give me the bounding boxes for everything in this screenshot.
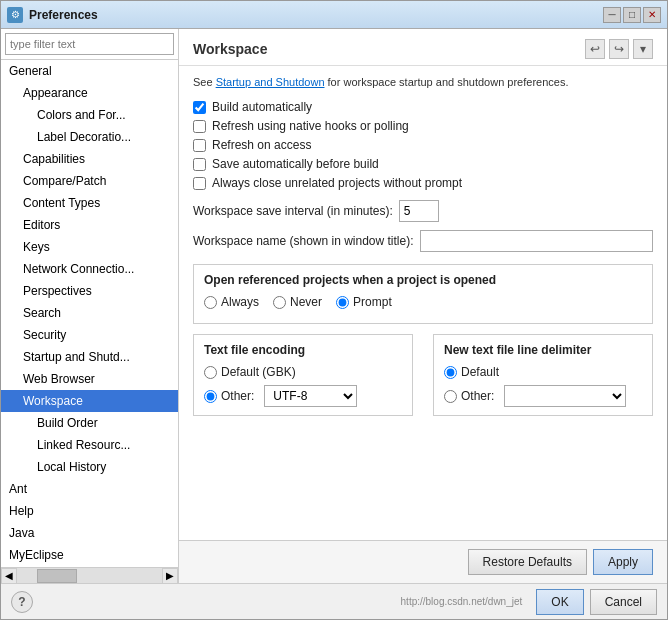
save_before-checkbox[interactable] [193,158,206,171]
save-interval-label: Workspace save interval (in minutes): [193,204,393,218]
checkbox-row-refresh_native: Refresh using native hooks or polling [193,119,653,133]
apply-button[interactable]: Apply [593,549,653,575]
checkbox-row-close_unrelated: Always close unrelated projects without … [193,176,653,190]
minimize-button[interactable]: ─ [603,7,621,23]
tree-item-myeclipse[interactable]: MyEclipse [1,544,178,566]
tree-item-compare[interactable]: Compare/Patch [1,170,178,192]
maximize-button[interactable]: □ [623,7,641,23]
tree-item-perspectives[interactable]: Perspectives [1,280,178,302]
encoding-select[interactable]: UTF-8 GBK ISO-8859-1 [264,385,357,407]
always-radio[interactable] [204,296,217,309]
tree-item-localhistory[interactable]: Local History [1,456,178,478]
encoding-other-label: Other: [221,389,254,403]
workspace-name-row: Workspace name (shown in window title): [193,230,653,252]
scroll-track[interactable] [17,568,162,584]
preferences-window: ⚙ Preferences ─ □ ✕ GeneralAppearanceCol… [0,0,668,620]
close-button[interactable]: ✕ [643,7,661,23]
filter-wrap [1,29,178,60]
refresh_native-checkbox[interactable] [193,120,206,133]
back-button[interactable]: ↩ [585,39,605,59]
build_auto-checkbox[interactable] [193,101,206,114]
right-header: Workspace ↩ ↪ ▾ [179,29,667,66]
tree-item-startup[interactable]: Startup and Shutd... [1,346,178,368]
tree-area: GeneralAppearanceColors and For...Label … [1,60,178,567]
encoding-delimiter-section: Text file encoding Default (GBK) Other: … [193,334,653,426]
delimiter-default-radio[interactable] [444,366,457,379]
encoding-other-item: Other: UTF-8 GBK ISO-8859-1 [204,385,402,407]
startup-link[interactable]: Startup and Shutdown [216,76,325,88]
refresh_native-label: Refresh using native hooks or polling [212,119,409,133]
delimiter-default-label: Default [461,365,499,379]
header-toolbar: ↩ ↪ ▾ [585,39,653,59]
encoding-default-label: Default (GBK) [221,365,296,379]
refresh_access-checkbox[interactable] [193,139,206,152]
save-interval-input[interactable] [399,200,439,222]
tree-item-webbrowser[interactable]: Web Browser [1,368,178,390]
checkboxes-section: Build automaticallyRefresh using native … [193,100,653,190]
tree-item-label[interactable]: Label Decoratio... [1,126,178,148]
help-button[interactable]: ? [11,591,33,613]
encoding-default-radio[interactable] [204,366,217,379]
panel-title: Workspace [193,41,267,57]
delimiter-select[interactable]: Unix (LF) Windows (CRLF) [504,385,626,407]
scroll-right-arrow[interactable]: ▶ [162,568,178,584]
scroll-left-arrow[interactable]: ◀ [1,568,17,584]
tree-item-buildorder[interactable]: Build Order [1,412,178,434]
cancel-button[interactable]: Cancel [590,589,657,615]
tree-item-ant[interactable]: Ant [1,478,178,500]
tree-item-content[interactable]: Content Types [1,192,178,214]
encoding-other-radio[interactable] [204,390,217,403]
workspace-name-input[interactable] [420,230,653,252]
save_before-label: Save automatically before build [212,157,379,171]
forward-button[interactable]: ↪ [609,39,629,59]
tree-item-editors[interactable]: Editors [1,214,178,236]
tree-item-linkedresources[interactable]: Linked Resourc... [1,434,178,456]
dropdown-button[interactable]: ▾ [633,39,653,59]
prompt-label: Prompt [353,295,392,309]
app-icon: ⚙ [7,7,23,23]
close_unrelated-checkbox[interactable] [193,177,206,190]
tree-item-security[interactable]: Security [1,324,178,346]
window-controls: ─ □ ✕ [603,7,661,23]
ok-button[interactable]: OK [536,589,583,615]
tree-item-workspace[interactable]: Workspace [1,390,178,412]
footer-buttons: OK Cancel [536,589,657,615]
encoding-default-item: Default (GBK) [204,365,402,379]
tree-item-keys[interactable]: Keys [1,236,178,258]
right-body: See Startup and Shutdown for workspace s… [179,66,667,540]
info-line: See Startup and Shutdown for workspace s… [193,76,653,88]
tree-item-appearance[interactable]: Appearance [1,82,178,104]
horizontal-scrollbar: ◀ ▶ [1,567,178,583]
never-label: Never [290,295,322,309]
tree-item-general[interactable]: General [1,60,178,82]
close_unrelated-label: Always close unrelated projects without … [212,176,462,190]
info-text-pre: See [193,76,216,88]
checkbox-row-refresh_access: Refresh on access [193,138,653,152]
footer-url: http://blog.csdn.net/dwn_jet [401,596,523,607]
delimiter-other-radio[interactable] [444,390,457,403]
left-panel: GeneralAppearanceColors and For...Label … [1,29,179,583]
restore-defaults-button[interactable]: Restore Defaults [468,549,587,575]
tree-item-java[interactable]: Java [1,522,178,544]
right-panel: Workspace ↩ ↪ ▾ See Startup and Shutdown… [179,29,667,583]
checkbox-row-build_auto: Build automatically [193,100,653,114]
footer: ? http://blog.csdn.net/dwn_jet OK Cancel [1,583,667,619]
delimiter-title: New text file line delimiter [444,343,642,357]
delimiter-group: New text file line delimiter Default Oth… [433,334,653,416]
refresh_access-label: Refresh on access [212,138,311,152]
tree-item-colors[interactable]: Colors and For... [1,104,178,126]
tree-item-help[interactable]: Help [1,500,178,522]
tree-item-search[interactable]: Search [1,302,178,324]
prompt-radio[interactable] [336,296,349,309]
build_auto-label: Build automatically [212,100,312,114]
window-title: Preferences [29,8,603,22]
panel-bottom-bar: Restore Defaults Apply [179,540,667,583]
filter-input[interactable] [5,33,174,55]
never-radio[interactable] [273,296,286,309]
delimiter-other-item: Other: Unix (LF) Windows (CRLF) [444,385,642,407]
info-text-post: for workspace startup and shutdown prefe… [325,76,569,88]
delimiter-default-item: Default [444,365,642,379]
encoding-group: Text file encoding Default (GBK) Other: … [193,334,413,416]
tree-item-network[interactable]: Network Connectio... [1,258,178,280]
tree-item-capabilities[interactable]: Capabilities [1,148,178,170]
